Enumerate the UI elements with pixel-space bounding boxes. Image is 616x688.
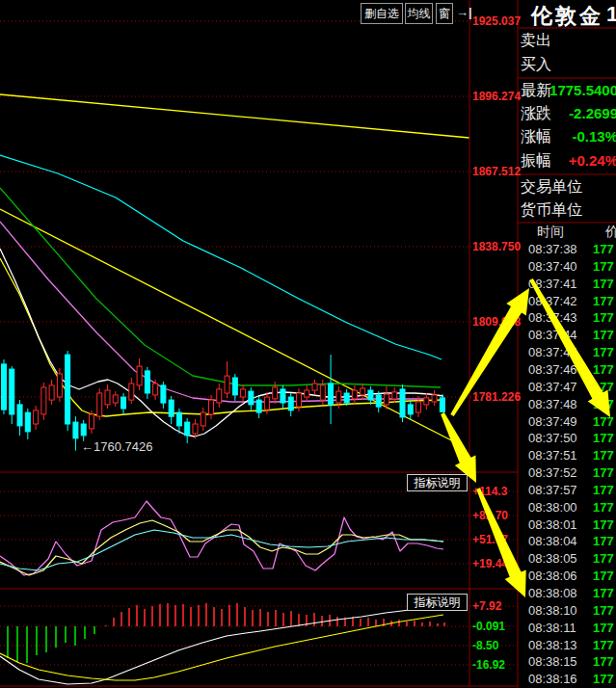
tape-row-time: 08:38:13 — [528, 638, 577, 652]
tape-row-price: 177 — [593, 414, 614, 429]
indicator-tick-label: +7.92 — [472, 599, 501, 613]
quote-value: +0.24% — [518, 152, 616, 169]
candle-body — [193, 424, 198, 434]
candle-body — [344, 393, 349, 403]
candle-body — [217, 389, 222, 403]
instrument-title: 伦敦金 — [531, 2, 603, 31]
tape-row-time: 08:37:52 — [528, 465, 577, 480]
candle-body — [129, 384, 134, 400]
candle-body — [81, 424, 86, 436]
tape-header-time: 时间 — [537, 224, 564, 241]
candle-body — [440, 398, 444, 412]
price-axis-label: 1867.512 — [472, 165, 521, 178]
candle-body — [209, 400, 214, 414]
quote-label: 货币单位 — [521, 200, 582, 221]
candle-body — [281, 389, 285, 403]
ma-cyan-long — [0, 155, 442, 359]
tape-row-time: 08:37:48 — [528, 397, 577, 411]
tape-row-time: 08:37:50 — [528, 431, 577, 445]
candle-body — [241, 389, 246, 397]
indicator-tick-label: +82.70 — [472, 509, 508, 522]
tape-row-price: 177 — [593, 603, 614, 618]
tape-row-price: 177 — [593, 551, 614, 566]
candle-body — [400, 389, 405, 417]
tape-row-time: 08:37:41 — [528, 277, 577, 291]
candle-body — [296, 393, 301, 407]
quote-value: 1775.5400 — [518, 82, 616, 98]
tape-row-price: 177 — [593, 586, 614, 600]
indicator-tick-label: -8.50 — [472, 639, 498, 652]
candle-body — [336, 391, 341, 403]
tape-row-time: 08:38:15 — [528, 654, 577, 669]
candle-body — [392, 392, 397, 399]
candle-body — [145, 371, 149, 393]
osc-yellow — [0, 520, 443, 575]
tape-row-time: 08:38:05 — [528, 551, 577, 566]
tape-row-time: 08:38:06 — [528, 569, 577, 583]
candle-body — [320, 385, 325, 400]
candle-body — [49, 385, 54, 400]
tape-row-price: 177 — [593, 534, 614, 548]
candle-body — [153, 384, 158, 395]
candle-body — [25, 412, 30, 432]
candle-body — [89, 414, 94, 429]
candle-body — [105, 390, 110, 405]
session-low-marker: ←1760.7426 — [81, 439, 152, 454]
tape-row-price: 177 — [593, 362, 614, 377]
candle-body — [256, 400, 261, 412]
trend-yellow-shallow — [0, 94, 469, 138]
tape-row-price: 177 — [593, 380, 614, 394]
candle-body — [34, 410, 39, 424]
tape-row-price: 177 — [593, 638, 614, 652]
tape-row-time: 08:37:47 — [528, 380, 577, 394]
candle-body — [232, 378, 237, 395]
price-axis-label: 1781.226 — [472, 390, 521, 404]
candle-body — [361, 388, 365, 395]
indicator-tick-label: +51.07 — [472, 533, 508, 546]
tape-row-time: 08:37:42 — [528, 294, 577, 308]
toolbar-button-3[interactable]: 窗 — [436, 3, 453, 24]
tape-row-time: 08:37:40 — [528, 259, 577, 274]
candle-body — [352, 390, 357, 399]
candle-body — [376, 395, 381, 407]
tape-row-price: 177 — [593, 621, 614, 635]
candle-body — [41, 387, 46, 414]
tape-row-price: 177 — [593, 569, 614, 583]
candle-body — [2, 364, 7, 410]
toolbar-button-2[interactable]: 均线 — [405, 3, 433, 24]
toolbar-next-icon[interactable]: →| — [456, 5, 472, 19]
tape-header-price: 价 — [605, 224, 616, 241]
quote-label: 买入 — [521, 55, 551, 75]
tape-row-time: 08:38:08 — [528, 586, 577, 600]
tape-row-price: 177 — [593, 431, 614, 445]
tape-row-time: 08:38:00 — [528, 500, 577, 515]
indicator-help-button-2[interactable]: 指标说明 — [407, 594, 468, 611]
tape-row-price: 177 — [593, 294, 614, 308]
tape-row-time: 08:37:45 — [528, 345, 577, 359]
toolbar-button-1[interactable]: 删自选 — [361, 3, 403, 24]
candle-body — [201, 412, 205, 426]
candle-body — [408, 405, 413, 414]
indicator-tick-label: +19.44 — [472, 557, 508, 570]
candle-body — [432, 395, 437, 402]
tape-row-time: 08:37:43 — [528, 310, 577, 325]
tape-row-price: 177 — [593, 672, 614, 686]
tape-row-price: 177 — [593, 448, 614, 463]
indicator-tick-label: -16.92 — [472, 658, 505, 672]
quote-label: 交易单位 — [521, 177, 582, 198]
candle-body — [225, 376, 229, 393]
tape-row-time: 08:38:01 — [528, 517, 577, 532]
candle-body — [17, 405, 22, 426]
candle-body — [329, 384, 334, 405]
tape-row-time: 08:37:51 — [528, 448, 577, 463]
tape-row-time: 08:38:10 — [528, 603, 577, 618]
candle-body — [137, 366, 142, 385]
tape-row-time: 08:37:49 — [528, 414, 577, 429]
candle-body — [73, 422, 78, 438]
candle-body — [176, 412, 181, 426]
candle-body — [305, 390, 309, 397]
tape-row-price: 177 — [593, 328, 614, 342]
indicator-help-button-1[interactable]: 指标说明 — [407, 474, 468, 491]
tape-row-time: 08:37:46 — [528, 362, 577, 377]
tape-row-time: 08:38:11 — [528, 621, 576, 635]
